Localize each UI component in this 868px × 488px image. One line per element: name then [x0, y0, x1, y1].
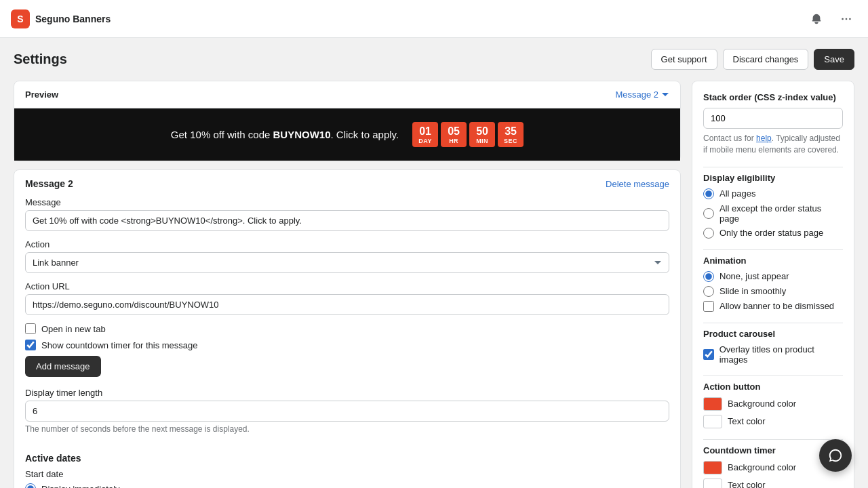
animation-slide-label: Slide in smoothly [719, 286, 786, 296]
main-layout: Preview Message 2 Get 10% off with code … [0, 81, 868, 488]
banner-text: Get 10% off with code BUYNOW10. Click to… [171, 129, 399, 140]
show-countdown-label: Show countdown timer for this message [41, 340, 198, 350]
get-support-button[interactable]: Get support [651, 49, 717, 70]
divider-1 [703, 167, 843, 167]
action-button-bg-row: Background color [703, 397, 843, 411]
banner-preview: Get 10% off with code BUYNOW10. Click to… [14, 108, 680, 161]
active-dates-title: Active dates [25, 453, 669, 464]
message-label: Message [25, 197, 669, 207]
action-button-text-label: Text color [728, 416, 766, 426]
display-eligibility-section: Display eligibility All pages All except… [703, 173, 843, 239]
topbar-right [806, 8, 857, 30]
app-name: Seguno Banners [35, 14, 111, 24]
show-countdown-row: Show countdown timer for this message [25, 340, 669, 350]
delete-message-link[interactable]: Delete message [606, 179, 669, 189]
action-button-text-swatch[interactable] [703, 415, 722, 428]
action-url-input[interactable] [25, 294, 669, 315]
overlay-titles-label: Overlay titles on product images [719, 344, 843, 365]
eligibility-all-pages-label: All pages [719, 188, 755, 199]
divider-3 [703, 323, 843, 323]
action-button-bg-swatch[interactable] [703, 397, 722, 411]
animation-slide-row: Slide in smoothly [703, 286, 843, 297]
header-actions: Get support Discard changes Save [651, 49, 854, 70]
divider-2 [703, 249, 843, 250]
product-carousel-section: Product carousel Overlay titles on produ… [703, 329, 843, 365]
display-immediately-row: Display immediately [25, 483, 669, 488]
right-card: Stack order (CSS z-index value) Contact … [692, 81, 854, 488]
countdown-bg-label: Background color [728, 462, 796, 472]
preview-card: Preview Message 2 Get 10% off with code … [14, 81, 681, 161]
divider-4 [703, 375, 843, 376]
message-group: Message [25, 197, 669, 231]
message2-card: Message 2 Delete message Message Action … [14, 169, 681, 488]
open-new-tab-row: Open in new tab [25, 323, 669, 334]
save-button[interactable]: Save [814, 49, 854, 70]
timer-input[interactable] [25, 401, 669, 422]
help-link[interactable]: help [756, 134, 772, 143]
page-title: Settings [14, 52, 67, 67]
svg-point-0 [842, 18, 844, 20]
page-header: Settings Get support Discard changes Sav… [0, 38, 868, 81]
preview-card-header: Preview Message 2 [14, 81, 680, 108]
start-date-label: Start date [25, 469, 669, 479]
active-dates-section: Active dates Start date Display immediat… [14, 453, 680, 488]
eligibility-except-order-radio[interactable] [703, 208, 714, 219]
countdown-days: 01 DAY [412, 122, 438, 147]
animation-none-label: None, just appear [719, 271, 789, 281]
add-message-button[interactable]: Add message [25, 356, 101, 377]
message-selector-dropdown[interactable]: Message 2 [615, 89, 669, 100]
eligibility-except-order-label: All except the order status page [719, 203, 843, 224]
show-countdown-checkbox[interactable] [25, 340, 36, 350]
divider-5 [703, 439, 843, 440]
timer-hint: The number of seconds before the next me… [25, 424, 669, 434]
app-logo: S [11, 9, 30, 28]
open-new-tab-checkbox[interactable] [25, 323, 36, 334]
action-button-title: Action button [703, 382, 843, 392]
eligibility-all-pages-radio[interactable] [703, 188, 714, 199]
stack-order-hint: Contact us for help. Typically adjusted … [703, 133, 843, 156]
action-group: Action Link banner [25, 239, 669, 273]
countdown-hours: 05 HR [441, 122, 467, 147]
overlay-titles-checkbox[interactable] [703, 349, 714, 360]
chat-button[interactable] [819, 439, 852, 472]
action-url-group: Action URL [25, 281, 669, 315]
stack-order-input[interactable] [703, 108, 843, 129]
timer-section: Display timer length The number of secon… [14, 388, 680, 453]
display-immediately-label: Display immediately [41, 484, 120, 488]
animation-title: Animation [703, 256, 843, 266]
display-immediately-radio[interactable] [25, 483, 36, 488]
stack-order-title: Stack order (CSS z-index value) [703, 92, 843, 102]
right-panel: Stack order (CSS z-index value) Contact … [692, 81, 854, 488]
action-button-bg-label: Background color [728, 399, 796, 409]
left-panel: Preview Message 2 Get 10% off with code … [14, 81, 681, 488]
notification-icon[interactable] [806, 8, 827, 30]
svg-point-2 [849, 18, 851, 20]
animation-slide-radio[interactable] [703, 286, 714, 297]
eligibility-only-order-label: Only the order status page [719, 228, 823, 238]
eligibility-except-order-row: All except the order status page [703, 203, 843, 224]
discard-changes-button[interactable]: Discard changes [723, 49, 809, 70]
eligibility-only-order-radio[interactable] [703, 228, 714, 239]
display-eligibility-title: Display eligibility [703, 173, 843, 183]
animation-none-radio[interactable] [703, 271, 714, 282]
more-options-icon[interactable] [835, 8, 857, 30]
allow-dismiss-checkbox[interactable] [703, 301, 714, 312]
allow-dismiss-row: Allow banner to be dismissed [703, 301, 843, 312]
eligibility-only-order-row: Only the order status page [703, 228, 843, 239]
action-select[interactable]: Link banner [25, 252, 669, 273]
topbar: S Seguno Banners [0, 0, 868, 38]
open-new-tab-label: Open in new tab [41, 324, 106, 334]
message-input[interactable] [25, 210, 669, 231]
timer-label: Display timer length [25, 388, 669, 398]
countdown-text-swatch[interactable] [703, 479, 722, 488]
banner-preview-wrap: Get 10% off with code BUYNOW10. Click to… [14, 108, 680, 161]
product-carousel-title: Product carousel [703, 329, 843, 339]
countdown-text-label: Text color [728, 480, 766, 488]
countdown-secs: 35 SEC [498, 122, 524, 147]
countdown-bg-swatch[interactable] [703, 461, 722, 474]
countdown-timer: 01 DAY 05 HR 50 MIN 35 S [412, 122, 524, 147]
countdown-mins: 50 MIN [469, 122, 495, 147]
action-button-section: Action button Background color Text colo… [703, 382, 843, 428]
action-url-label: Action URL [25, 281, 669, 291]
message2-title: Message 2 [25, 178, 73, 189]
